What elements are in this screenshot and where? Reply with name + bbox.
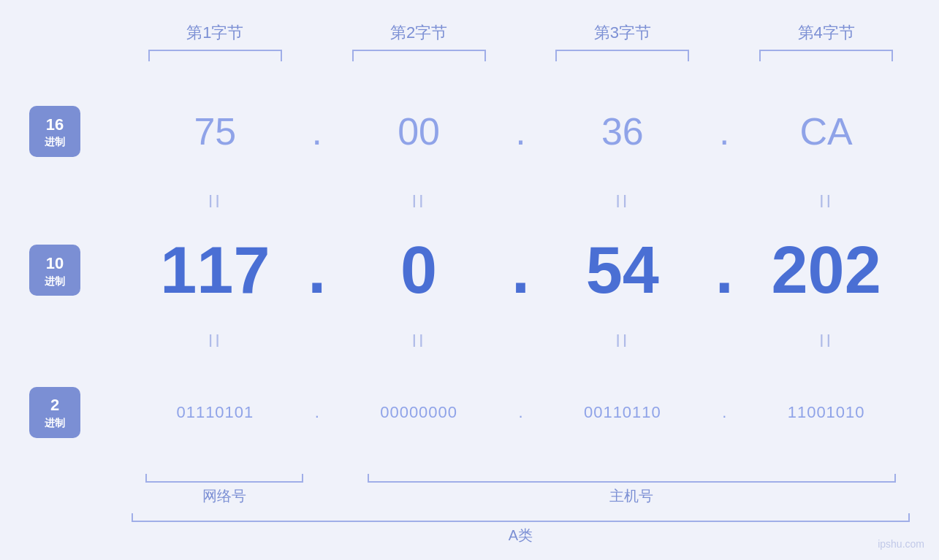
dec-b4-cell: 202: [742, 233, 910, 308]
hex-b1: 75: [194, 110, 236, 153]
dec-b2: 0: [400, 233, 437, 308]
bin-b4-cell: 11001010: [742, 403, 910, 422]
hex-b4-cell: CA: [742, 110, 910, 153]
dec-b1-cell: 117: [132, 233, 299, 308]
hex-b2-cell: 00: [335, 110, 503, 153]
hex-dot1: .: [299, 110, 335, 153]
byte1-col: 第1字节: [132, 22, 299, 61]
network-bracket-area: 网络号: [132, 474, 317, 506]
dec-values: 117 . 0 . 54 . 202: [132, 233, 910, 308]
class-bracket-area: A类: [132, 513, 910, 545]
byte2-label: 第2字节: [390, 22, 447, 44]
bin-b1: 01110101: [176, 403, 254, 422]
dec-row: 10 进制 117 . 0 . 54 . 202: [29, 215, 910, 326]
eq2-b1: II: [132, 328, 299, 354]
dec-b4: 202: [772, 233, 881, 308]
equals-row-1: II II II II: [132, 188, 910, 215]
eq2-b2: II: [335, 328, 503, 354]
bin-b2-cell: 00000000: [335, 403, 503, 422]
dec-b1: 117: [160, 233, 270, 308]
eq1-b4: II: [742, 188, 910, 215]
nh-bracket-row: 网络号 主机号: [132, 474, 910, 506]
eq2-b3: II: [539, 328, 707, 354]
byte4-col: 第4字节: [742, 22, 910, 61]
bin-row: 2 进制 01110101 . 00000000 . 00110110 .: [29, 357, 910, 468]
byte1-bracket-top: [148, 50, 282, 61]
dec-badge-col: 10 进制: [29, 245, 132, 296]
byte3-bracket-top: [555, 50, 689, 61]
byte2-col: 第2字节: [335, 22, 503, 61]
hex-badge: 16 进制: [29, 106, 80, 157]
dec-b3: 54: [586, 233, 659, 308]
byte3-label: 第3字节: [594, 22, 651, 44]
hex-b3-cell: 36: [539, 110, 707, 153]
bin-badge-col: 2 进制: [29, 387, 132, 438]
host-label: 主机号: [609, 486, 653, 506]
host-bracket: [368, 474, 896, 483]
header-row: 第1字节 第2字节 第3字节 第4字节: [132, 22, 910, 61]
dec-badge: 10 进制: [29, 245, 80, 296]
dec-dot1: .: [299, 233, 335, 308]
dec-b3-cell: 54: [539, 233, 707, 308]
eq1-b2: II: [335, 188, 503, 215]
byte3-col: 第3字节: [539, 22, 707, 61]
main-container: 第1字节 第2字节 第3字节 第4字节 16 进制 75: [0, 0, 939, 560]
hex-b2: 00: [398, 110, 440, 153]
hex-badge-col: 16 进制: [29, 106, 132, 157]
bin-b2: 00000000: [380, 403, 457, 422]
hex-row: 16 进制 75 . 00 . 36 . CA: [29, 76, 910, 187]
class-label: A类: [509, 526, 533, 545]
network-bracket: [145, 474, 303, 483]
bin-values: 01110101 . 00000000 . 00110110 . 1100101…: [132, 403, 910, 422]
host-bracket-area: 主机号: [354, 474, 910, 506]
dec-b2-cell: 0: [335, 233, 503, 308]
eq2-b4: II: [742, 328, 910, 354]
equals-row-2: II II II II: [132, 328, 910, 354]
bin-dot2: .: [503, 403, 539, 422]
hex-b4: CA: [800, 110, 853, 153]
byte2-bracket-top: [352, 50, 486, 61]
dec-dot2: .: [503, 233, 539, 308]
dec-dot3: .: [706, 233, 742, 308]
network-label: 网络号: [202, 486, 246, 506]
bin-b4: 11001010: [788, 403, 865, 422]
bin-b1-cell: 01110101: [132, 403, 299, 422]
bin-b3-cell: 00110110: [539, 403, 707, 422]
bin-dot3: .: [706, 403, 742, 422]
eq1-b1: II: [132, 188, 299, 215]
byte1-label: 第1字节: [186, 22, 243, 44]
hex-b1-cell: 75: [132, 110, 299, 153]
eq1-b3: II: [539, 188, 707, 215]
bin-badge: 2 进制: [29, 387, 80, 438]
hex-values: 75 . 00 . 36 . CA: [132, 110, 910, 153]
bin-dot1: .: [299, 403, 335, 422]
hex-dot3: .: [706, 110, 742, 153]
byte4-bracket-top: [759, 50, 893, 61]
class-bracket: [132, 513, 910, 522]
dot-spacer-1: [317, 474, 354, 506]
byte4-label: 第4字节: [798, 22, 855, 44]
watermark: ipshu.com: [878, 538, 924, 550]
bin-b3: 00110110: [584, 403, 661, 422]
hex-b3: 36: [601, 110, 644, 153]
hex-dot2: .: [503, 110, 539, 153]
